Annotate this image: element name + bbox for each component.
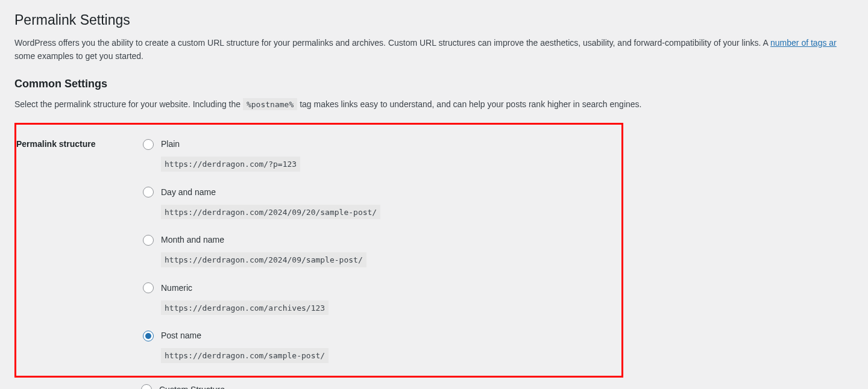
option-post-name-label[interactable]: Post name [143, 329, 609, 342]
common-settings-heading: Common Settings [14, 76, 856, 92]
common-desc-suffix: tag makes links easy to understand, and … [300, 99, 641, 109]
option-custom-text: Custom Structure [159, 384, 225, 389]
option-day-name-text: Day and name [161, 186, 216, 199]
option-custom: Custom Structure [141, 384, 850, 389]
option-month-name: Month and name https://derdragon.com/202… [143, 234, 609, 267]
option-plain-url: https://derdragon.com/?p=123 [161, 157, 300, 172]
radio-numeric[interactable] [143, 282, 154, 293]
option-numeric-url: https://derdragon.com/archives/123 [161, 300, 329, 316]
option-post-name-text: Post name [161, 329, 201, 342]
option-custom-label[interactable]: Custom Structure [141, 384, 850, 389]
option-month-name-url: https://derdragon.com/2024/09/sample-pos… [161, 252, 366, 267]
permalink-structure-options: Plain https://derdragon.com/?p=123 Day a… [143, 138, 609, 367]
page-title: Permalink Settings [14, 6, 856, 32]
option-numeric-label[interactable]: Numeric [143, 282, 609, 294]
intro-text: WordPress offers you the ability to crea… [14, 37, 856, 63]
option-numeric-text: Numeric [161, 282, 192, 294]
intro-suffix: some examples to get you started. [14, 51, 143, 61]
option-plain-label[interactable]: Plain [143, 138, 609, 151]
option-day-name: Day and name https://derdragon.com/2024/… [143, 186, 609, 220]
radio-month-name[interactable] [143, 235, 154, 246]
radio-post-name[interactable] [143, 331, 154, 341]
radio-custom[interactable] [141, 384, 152, 389]
permalink-structure-label: Permalink structure [16, 125, 137, 376]
option-numeric: Numeric https://derdragon.com/archives/1… [143, 282, 609, 316]
intro-prefix: WordPress offers you the ability to crea… [14, 38, 770, 48]
option-plain-text: Plain [161, 138, 180, 151]
option-day-name-url: https://derdragon.com/2024/09/20/sample-… [161, 205, 380, 220]
common-desc-prefix: Select the permalink structure for your … [14, 99, 243, 109]
option-post-name: Post name https://derdragon.com/sample-p… [143, 329, 609, 363]
option-month-name-label[interactable]: Month and name [143, 234, 609, 246]
intro-link[interactable]: number of tags ar [770, 38, 837, 48]
radio-plain[interactable] [143, 139, 154, 150]
option-day-name-label[interactable]: Day and name [143, 186, 609, 199]
postname-tag: %postname% [243, 98, 297, 110]
common-settings-desc: Select the permalink structure for your … [14, 98, 856, 111]
option-post-name-url: https://derdragon.com/sample-post/ [161, 348, 329, 363]
option-plain: Plain https://derdragon.com/?p=123 [143, 138, 609, 172]
radio-day-name[interactable] [143, 187, 154, 198]
option-month-name-text: Month and name [161, 234, 224, 246]
